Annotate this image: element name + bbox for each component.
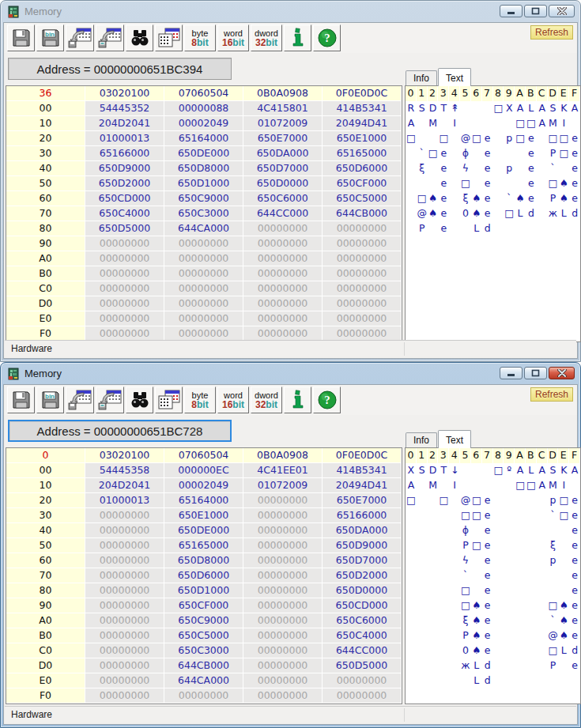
hex-cell[interactable]: 00000000 — [243, 508, 323, 523]
hex-cell[interactable]: 00000000 — [243, 628, 323, 643]
refresh-button[interactable]: Refresh — [530, 387, 573, 402]
save-button[interactable] — [7, 25, 35, 51]
hex-cell[interactable]: 00000000 — [323, 251, 402, 266]
byte-view-button[interactable]: byte 8bit — [184, 387, 216, 413]
minimize-button[interactable] — [500, 5, 523, 17]
hex-cell[interactable]: 00000000 — [85, 613, 164, 628]
hex-cell[interactable]: 00000000 — [243, 583, 323, 598]
hex-cell[interactable]: 00000000 — [164, 281, 243, 296]
hex-cell[interactable]: 00002049 — [164, 116, 243, 131]
hex-cell[interactable]: 01072009 — [243, 478, 323, 493]
hex-cell[interactable]: 650D1000 — [164, 583, 243, 598]
address-display[interactable]: Address = 00000000651BC394 — [8, 58, 232, 80]
tab-info[interactable]: Info — [406, 432, 437, 448]
hex-cell[interactable]: 650D8000 — [164, 161, 243, 176]
hex-cell[interactable]: 650D9000 — [85, 161, 164, 176]
hex-cell[interactable]: 644CB000 — [164, 658, 243, 673]
hex-cell[interactable]: 650DA000 — [243, 146, 323, 161]
hex-cell[interactable]: 650C6000 — [243, 191, 323, 206]
close-button[interactable] — [549, 367, 575, 379]
hex-cell[interactable]: 00000000 — [85, 643, 164, 658]
hex-cell[interactable]: 00000000 — [164, 311, 243, 326]
hex-cell[interactable]: 650D5000 — [85, 221, 164, 236]
hex-cell[interactable]: 00000000 — [323, 236, 402, 251]
info-button[interactable] — [284, 25, 311, 51]
tab-text[interactable]: Text — [438, 68, 471, 86]
hex-cell[interactable]: 204D2041 — [85, 116, 164, 131]
hex-cell[interactable]: 00000000 — [85, 658, 164, 673]
export-table-binary-button[interactable] — [96, 25, 124, 51]
hex-cell[interactable]: 650D1000 — [164, 176, 243, 191]
table-view-button[interactable] — [155, 387, 183, 413]
hex-cell[interactable]: 650D7000 — [323, 553, 402, 568]
hex-cell[interactable]: 00000000 — [85, 568, 164, 583]
hex-cell[interactable]: 650D6000 — [164, 568, 243, 583]
hex-cell[interactable]: 65164000 — [164, 131, 243, 146]
export-table-button[interactable] — [66, 25, 94, 51]
minimize-button[interactable] — [500, 367, 523, 379]
hex-cell[interactable]: 00000000 — [243, 598, 323, 613]
hex-cell[interactable]: 00000000 — [85, 553, 164, 568]
hex-cell[interactable]: 65164000 — [164, 493, 243, 508]
hex-cell[interactable]: 650CF000 — [164, 598, 243, 613]
hex-cell[interactable]: 650C5000 — [164, 628, 243, 643]
hex-cell[interactable]: 00000088 — [164, 101, 243, 116]
table-view-button[interactable] — [155, 25, 183, 51]
refresh-button[interactable]: Refresh — [530, 25, 573, 40]
address-display[interactable]: Address = 00000000651BC728 — [8, 420, 232, 442]
hex-cell[interactable]: 00000000 — [243, 673, 323, 688]
hex-cell[interactable]: 00000000 — [85, 508, 164, 523]
hex-cell[interactable]: 00000000 — [85, 598, 164, 613]
byte-view-button[interactable]: byte 8bit — [184, 25, 216, 51]
hex-cell[interactable]: 00000000 — [323, 281, 402, 296]
hex-cell[interactable]: 000000EC — [164, 463, 243, 478]
hex-cell[interactable]: 650CD000 — [323, 598, 402, 613]
hex-cell[interactable]: 650C5000 — [323, 191, 402, 206]
tab-info[interactable]: Info — [406, 70, 437, 86]
hex-cell[interactable]: 00000000 — [323, 688, 402, 703]
hex-cell[interactable]: 00000000 — [85, 251, 164, 266]
hex-cell[interactable]: 650D8000 — [164, 553, 243, 568]
hex-cell[interactable]: 650D0000 — [323, 583, 402, 598]
find-button[interactable] — [126, 25, 153, 51]
hex-cell[interactable]: 00000000 — [243, 266, 323, 281]
hex-cell[interactable]: 00000000 — [85, 266, 164, 281]
save-button[interactable] — [7, 387, 35, 413]
hex-cell[interactable]: 00000000 — [243, 493, 323, 508]
hex-cell[interactable]: 650D5000 — [323, 658, 402, 673]
hex-cell[interactable]: 644CC000 — [323, 643, 402, 658]
hex-cell[interactable]: 00000000 — [243, 296, 323, 311]
hex-cell[interactable]: 00000000 — [85, 281, 164, 296]
hex-cell[interactable]: 650E1000 — [164, 508, 243, 523]
hex-cell[interactable]: 00000000 — [243, 613, 323, 628]
hex-cell[interactable]: 650DE000 — [164, 523, 243, 538]
hex-cell[interactable]: 00000000 — [243, 311, 323, 326]
hex-cell[interactable]: 644CC000 — [243, 206, 323, 221]
hex-cell[interactable]: 650DA000 — [323, 523, 402, 538]
dword-view-button[interactable]: dword 32bit — [251, 387, 282, 413]
help-button[interactable]: ? — [313, 387, 341, 413]
hex-cell[interactable]: 650C6000 — [323, 613, 402, 628]
hex-cell[interactable]: 00000000 — [243, 538, 323, 553]
hex-cell[interactable]: 00000000 — [243, 523, 323, 538]
hex-cell[interactable]: 00000000 — [164, 266, 243, 281]
hex-cell[interactable]: 00000000 — [243, 658, 323, 673]
hex-cell[interactable]: 204D2041 — [85, 478, 164, 493]
word-view-button[interactable]: word 16bit — [217, 387, 249, 413]
hex-cell[interactable]: 65165000 — [323, 146, 402, 161]
hex-cell[interactable]: 01072009 — [243, 116, 323, 131]
info-button[interactable] — [284, 387, 311, 413]
hex-cell[interactable]: 650D0000 — [243, 176, 323, 191]
dword-view-button[interactable]: dword 32bit — [251, 25, 282, 51]
hex-cell[interactable]: 00000000 — [323, 296, 402, 311]
hex-cell[interactable]: 00000000 — [323, 221, 402, 236]
hex-cell[interactable]: 00000000 — [164, 688, 243, 703]
hex-cell[interactable]: 650D2000 — [85, 176, 164, 191]
hex-cell[interactable]: 01000013 — [85, 493, 164, 508]
export-table-button[interactable] — [66, 387, 94, 413]
hex-cell[interactable]: 650D7000 — [243, 161, 323, 176]
find-button[interactable] — [126, 387, 153, 413]
hex-cell[interactable]: 20494D41 — [323, 478, 402, 493]
hex-cell[interactable]: 00000000 — [243, 251, 323, 266]
hex-cell[interactable]: 650DE000 — [164, 146, 243, 161]
